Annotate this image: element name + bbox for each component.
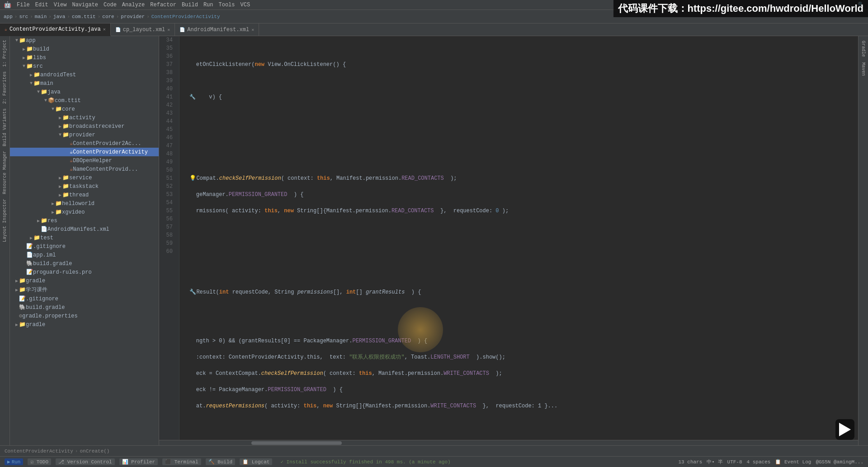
- tool-gradle[interactable]: Gradle: [860, 38, 867, 60]
- menu-refactor[interactable]: Refactor: [150, 2, 176, 8]
- profiler-button[interactable]: 📊 Profiler: [119, 458, 158, 465]
- sidebar-item-android-test[interactable]: ▶ 📁 androidTest: [10, 70, 159, 79]
- horizontal-scrollbar[interactable]: [159, 440, 858, 445]
- encoding-label[interactable]: 中• 半: [707, 458, 722, 465]
- run-button[interactable]: ▶ Run: [5, 458, 23, 465]
- sidebar-item-build-gradle[interactable]: 🐘 build.gradle: [10, 259, 159, 268]
- sidebar-item-java[interactable]: ▼ 📁 java: [10, 88, 159, 96]
- menu-code[interactable]: Code: [104, 2, 117, 8]
- close-tab-3[interactable]: ✕: [251, 27, 254, 33]
- sidebar-item-xgvideo[interactable]: ▶ 📁 xgvideo: [10, 208, 159, 216]
- play-button-overlay[interactable]: [835, 419, 854, 440]
- line-num-35: 35: [159, 44, 175, 52]
- code-lines[interactable]: etOnClickListener(new View.OnClickListen…: [179, 36, 858, 440]
- sidebar-item-main[interactable]: ▼ 📁 main: [10, 79, 159, 88]
- sidebar-label-build: build: [33, 46, 49, 52]
- line-num-56: 56: [159, 215, 175, 223]
- sidebar-item-name-content-provider[interactable]: ☕ NameContentProvid...: [10, 165, 159, 173]
- sidebar-item-gitignore-top[interactable]: 📝 .gitignore: [10, 294, 159, 303]
- sidebar-item-build-gradle-top[interactable]: 🐘 build.gradle: [10, 303, 159, 312]
- menu-build[interactable]: Build: [182, 2, 198, 8]
- tab-cp-layout[interactable]: 📄 cp_layout.xml ✕: [111, 23, 175, 36]
- line-num-40: 40: [159, 85, 175, 93]
- menu-tools[interactable]: Tools: [219, 2, 235, 8]
- terminal-button[interactable]: ⬛ Terminal: [162, 458, 201, 465]
- version-control-button[interactable]: ⎇ Version Control: [56, 458, 115, 465]
- expand-arrow: ▶: [52, 201, 54, 206]
- sidebar-item-content-provider2[interactable]: ☕ ContentProvider2Ac...: [10, 139, 159, 148]
- sidebar-item-gradle-wrapper[interactable]: ▶ 📁 gradle: [10, 320, 159, 329]
- sidebar-item-gitignore-app[interactable]: 📝 .gitignore: [10, 242, 159, 251]
- tool-resource-manager[interactable]: Resource Manager: [1, 149, 8, 196]
- tool-layout-inspector[interactable]: Layout Inspector: [1, 197, 8, 244]
- indent-label[interactable]: 4 spaces: [747, 459, 771, 465]
- breadcrumb-src[interactable]: src: [19, 14, 28, 19]
- charset-label[interactable]: UTF-8: [727, 459, 742, 465]
- menu-navigate[interactable]: Navigate: [72, 2, 98, 8]
- sidebar-label-gitignore-app: .gitignore: [33, 243, 66, 250]
- scrollbar-thumb-h[interactable]: [251, 441, 342, 445]
- bottom-crumb-activity[interactable]: ContentProviderActivity: [5, 448, 73, 454]
- sidebar-item-study[interactable]: ▶ 📁 学习课件: [10, 285, 159, 294]
- breadcrumb-app[interactable]: app: [4, 14, 13, 19]
- menu-file[interactable]: File: [17, 2, 30, 8]
- breadcrumb-java[interactable]: java: [53, 14, 65, 19]
- tool-project[interactable]: 1: Project: [1, 38, 8, 69]
- tool-maven[interactable]: Maven: [860, 60, 867, 79]
- sidebar-item-content-provider-activity[interactable]: ☕ ContentProviderActivity: [10, 148, 159, 156]
- sidebar-item-provider[interactable]: ▼ 📁 provider: [10, 131, 159, 139]
- tab-content-provider-activity[interactable]: ☕ ContentProviderActivity.java ✕: [0, 23, 111, 36]
- sidebar-item-app-iml[interactable]: 📄 app.iml: [10, 251, 159, 259]
- sidebar-item-com-ttit[interactable]: ▼ 📦 com.ttit: [10, 96, 159, 105]
- sidebar-item-build[interactable]: ▶ 📁 build: [10, 45, 159, 53]
- code-line-43: geManager.PERMISSION_GRANTED ) {: [183, 191, 858, 199]
- event-log-button[interactable]: 📋 Event Log: [775, 459, 811, 465]
- line-num-36: 36: [159, 52, 175, 61]
- sidebar-item-taskstack[interactable]: ▶ 📁 taskstack: [10, 182, 159, 191]
- code-line-58: [183, 434, 858, 440]
- code-content[interactable]: 34 35 36 37 38 39 40 41 42 43 44 45 46 4…: [159, 36, 858, 440]
- code-line-55: eck != PackageManager.PERMISSION_GRANTED…: [183, 386, 858, 394]
- menu-run[interactable]: Run: [203, 2, 213, 8]
- sidebar-item-app[interactable]: ▼ 📁 app: [10, 36, 159, 45]
- menu-vcs[interactable]: VCS: [241, 2, 250, 8]
- tool-favorites[interactable]: 2: Favorites: [1, 70, 8, 106]
- sidebar-item-androidmanifest[interactable]: 📄 AndroidManifest.xml: [10, 225, 159, 234]
- sidebar-item-gradle-properties[interactable]: ⚙ gradle.properties: [10, 312, 159, 320]
- sidebar-item-activity[interactable]: ▶ 📁 activity: [10, 113, 159, 122]
- sidebar-item-gradle-top[interactable]: ▶ 📁 gradle: [10, 276, 159, 285]
- close-tab-1[interactable]: ✕: [103, 27, 106, 32]
- tab-android-manifest[interactable]: 📄 AndroidManifest.xml ✕: [175, 23, 259, 36]
- sidebar-item-broadcastreceiver[interactable]: ▶ 📁 broadcastreceiver: [10, 122, 159, 131]
- provider-icon: 📁: [62, 131, 69, 138]
- sidebar-label-java: java: [47, 89, 61, 95]
- breadcrumb-provider[interactable]: provider: [121, 14, 145, 19]
- breadcrumb-core[interactable]: core: [102, 14, 114, 19]
- sidebar-item-src[interactable]: ▼ 📁 src: [10, 62, 159, 70]
- sidebar-item-thread[interactable]: ▶ 📁 thread: [10, 191, 159, 199]
- line-num-54: 54: [159, 199, 175, 207]
- sidebar-item-core[interactable]: ▼ 📁 core: [10, 105, 159, 113]
- sidebar-item-libs[interactable]: ▶ 📁 libs: [10, 53, 159, 62]
- sidebar-item-service[interactable]: ▶ 📁 service: [10, 173, 159, 182]
- breadcrumb-activity[interactable]: ContentProviderActivity: [151, 14, 220, 19]
- breadcrumb-main[interactable]: main: [35, 14, 47, 19]
- breadcrumb-com-ttit[interactable]: com.ttit: [72, 14, 96, 19]
- sidebar-item-test[interactable]: ▶ 📁 test: [10, 234, 159, 242]
- sidebar-item-helloworld[interactable]: ▶ 📁 helloworld: [10, 199, 159, 208]
- logcat-button[interactable]: 📋 Logcat: [240, 458, 272, 465]
- tool-build-variants[interactable]: Build Variants: [1, 107, 8, 148]
- line-num-53: 53: [159, 191, 175, 199]
- close-tab-2[interactable]: ✕: [167, 27, 170, 33]
- sidebar-item-proguard[interactable]: 📝 proguard-rules.pro: [10, 268, 159, 276]
- bottom-crumb-method[interactable]: onCreate(): [80, 448, 109, 454]
- menu-edit[interactable]: Edit: [35, 2, 48, 8]
- menu-view[interactable]: View: [54, 2, 67, 8]
- code-line-47: [183, 256, 858, 264]
- sidebar-item-dbopenhelper[interactable]: ☕ DBOpenHelper: [10, 156, 159, 165]
- sidebar-item-res[interactable]: ▶ 📁 res: [10, 216, 159, 225]
- menu-analyze[interactable]: Analyze: [122, 2, 145, 8]
- todo-button[interactable]: ☑ TODO: [28, 458, 51, 465]
- line-num-37: 37: [159, 61, 175, 69]
- build-button[interactable]: 🔨 Build: [206, 458, 236, 465]
